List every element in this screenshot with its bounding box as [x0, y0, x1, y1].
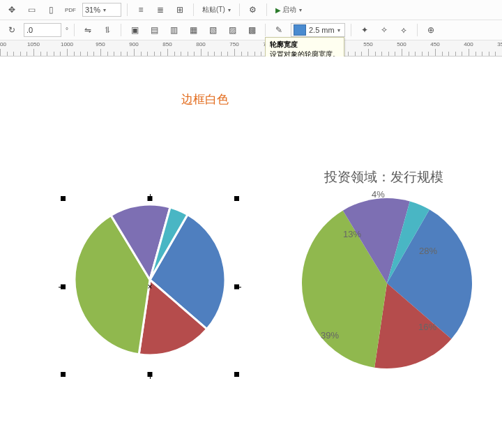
order-fwd-icon[interactable]: ▤ — [146, 22, 162, 38]
order-front-icon[interactable]: ▣ — [127, 22, 142, 38]
degree-label: ° — [66, 27, 68, 34]
pie-label-13: 13% — [343, 229, 361, 239]
order-bwd-icon[interactable]: ▦ — [185, 22, 201, 38]
mirror-v-icon[interactable]: ⥮ — [100, 22, 115, 38]
separator — [239, 3, 240, 16]
stroke-width-combo[interactable]: 2.5 mm ▾ — [291, 23, 345, 37]
pen-icon[interactable]: ✎ — [271, 22, 287, 38]
rotate-value: .0 — [26, 26, 33, 34]
side-tick-s — [150, 375, 151, 379]
zoom-value: 31% — [85, 6, 100, 14]
right-pie-svg — [300, 196, 474, 371]
tooltip-title: 轮廓宽度 — [270, 40, 340, 50]
canvas-workspace[interactable]: 边框白色 投资领域：发行规模 × 4% 13% 28% 16% 39% — [0, 57, 502, 448]
side-tick-w — [59, 287, 63, 288]
selection-frame: × — [63, 198, 237, 375]
chevron-down-icon: ▾ — [299, 7, 302, 13]
rotate-icon[interactable]: ↻ — [4, 22, 20, 38]
separator — [121, 24, 121, 36]
horizontal-ruler: 1100105010009509008508007507006506005505… — [0, 40, 502, 57]
mirror-h-icon[interactable]: ⇋ — [80, 22, 96, 38]
export-pdf-icon[interactable]: PDF — [63, 2, 78, 17]
order-back-icon[interactable]: ▥ — [166, 22, 181, 38]
zoom-combo[interactable]: 31% ▾ — [82, 3, 121, 17]
stroke-width-value: 2.5 mm — [309, 26, 335, 34]
pie-label-4: 4% — [372, 189, 385, 200]
toolbar-second: ↻ .0 ° ⇋ ⥮ ▣ ▤ ▥ ▦ ▧ ▨ ▩ ✎ 2.5 mm ▾ ✦ ✧ … — [0, 20, 502, 40]
ungroup-icon[interactable]: ▨ — [225, 22, 240, 38]
right-pie-chart[interactable] — [300, 196, 474, 371]
snap-b-icon[interactable]: ✧ — [376, 22, 392, 38]
settings-gear-icon[interactable]: ⚙ — [245, 2, 261, 17]
tool-move-icon[interactable]: ✥ — [4, 2, 20, 17]
play-icon: ▶ — [275, 6, 281, 14]
separator — [74, 24, 75, 36]
pie-label-16: 16% — [418, 322, 436, 332]
launch-button[interactable]: ▶ 启动 ▾ — [273, 2, 305, 17]
annotation-text: 边框白色 — [181, 91, 229, 107]
tool-nextdoc-icon[interactable]: ▯ — [43, 2, 59, 17]
resize-handle-sw[interactable] — [61, 372, 66, 377]
pie-label-39: 39% — [321, 330, 339, 341]
separator — [193, 3, 194, 16]
selection-center-icon: × — [147, 282, 152, 292]
paste-label: 粘贴(T) — [202, 5, 225, 15]
align-center-icon[interactable]: ≣ — [153, 2, 168, 17]
paste-button[interactable]: 粘贴(T) ▾ — [199, 2, 234, 17]
group-icon[interactable]: ▧ — [205, 22, 220, 38]
separator — [266, 3, 267, 16]
resize-handle-ne[interactable] — [234, 196, 239, 201]
side-tick-e — [237, 287, 241, 288]
add-icon[interactable]: ⊕ — [423, 22, 439, 38]
right-pie-title: 投资领域：发行规模 — [324, 168, 443, 186]
chevron-down-icon: ▾ — [103, 7, 106, 13]
launch-label: 启动 — [282, 5, 296, 15]
snap-a-icon[interactable]: ✦ — [357, 22, 372, 38]
pie-label-28: 28% — [419, 246, 437, 256]
separator — [351, 24, 351, 36]
separator — [265, 24, 266, 36]
chevron-down-icon: ▾ — [337, 27, 340, 33]
align-left-icon[interactable]: ≡ — [133, 2, 149, 17]
resize-handle-se[interactable] — [234, 372, 239, 377]
combine-icon[interactable]: ▩ — [244, 22, 259, 38]
snap-c-icon[interactable]: ⟡ — [396, 22, 411, 38]
separator — [417, 24, 418, 36]
stroke-swatch — [294, 24, 306, 36]
chevron-down-icon: ▾ — [228, 7, 231, 13]
rotate-field[interactable]: .0 — [24, 23, 61, 37]
align-dist-icon[interactable]: ⊞ — [172, 2, 188, 17]
toolbar-top: ✥ ▭ ▯ PDF 31% ▾ ≡ ≣ ⊞ 粘贴(T) ▾ ⚙ ▶ 启动 ▾ — [0, 0, 502, 20]
tool-doc-icon[interactable]: ▭ — [24, 2, 39, 17]
side-tick-n — [150, 194, 151, 198]
resize-handle-nw[interactable] — [61, 196, 66, 201]
separator — [127, 3, 128, 16]
